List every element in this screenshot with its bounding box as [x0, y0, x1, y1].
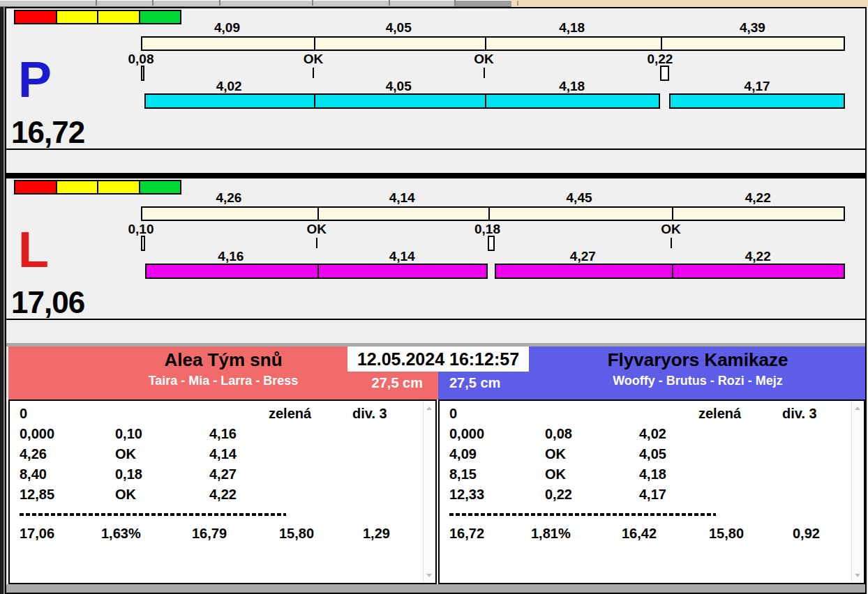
table-summary-cell: 1,81%: [531, 526, 571, 542]
split-time-value: 4,26: [216, 191, 241, 204]
split-bar-divider: [672, 208, 673, 220]
heat-number: 0: [449, 406, 457, 422]
change-time-value: 0,08: [128, 52, 154, 66]
table-cell: 8,15: [449, 466, 477, 482]
split-bar-divider: [488, 208, 490, 220]
run-time-value: 4,05: [386, 79, 412, 93]
table-cell: 0,000: [449, 426, 484, 442]
change-time-value: 0,22: [647, 52, 673, 66]
table-cell: 0,000: [20, 426, 54, 442]
toolbar-divider: [96, 0, 97, 6]
lane-panel-l: L 17,06 4,264,144,454,220,10OK0,18OK4,16…: [8, 178, 865, 342]
change-time-value: OK: [661, 222, 681, 236]
split-time-value: 4,14: [389, 191, 415, 204]
split-time-value: 4,45: [567, 191, 592, 204]
table-summary-cell: 1,63%: [101, 526, 141, 542]
toolbar-divider: [389, 0, 390, 6]
toolbar-divider: [219, 0, 220, 6]
run-bar-divider: [314, 95, 315, 107]
scroll-up-icon[interactable]: [424, 403, 435, 414]
change-time-value: 0,10: [128, 222, 154, 236]
scrollbar[interactable]: [423, 401, 435, 583]
run-time-bar: [145, 264, 488, 279]
traffic-light-segment: [15, 11, 56, 23]
run-bar-divider: [672, 265, 673, 277]
table-cell: 0,10: [115, 426, 142, 442]
ok-pass-tick: [313, 68, 314, 78]
lane-footer-strip: [6, 319, 865, 343]
toolbar-divider: [454, 0, 456, 6]
background-toolbar-segment: [454, 1, 511, 6]
scroll-up-icon[interactable]: [852, 403, 864, 414]
team-name: Flyvaryors Kamikaze: [530, 349, 865, 370]
traffic-light-segment: [97, 181, 139, 193]
split-time-value: 4,09: [214, 21, 240, 34]
change-time-value: OK: [307, 222, 327, 236]
split-time-bar: [141, 36, 845, 51]
table-cell: 4,14: [209, 446, 237, 462]
table-summary-cell: 16,72: [449, 526, 484, 542]
table-cell: 4,17: [639, 487, 666, 503]
table-separator: [449, 513, 716, 516]
run-bar-divider: [317, 265, 319, 277]
team-dog-list: Wooffy - Brutus - Rozi - Mejz: [530, 374, 865, 388]
lane-total-time: 16,72: [11, 117, 84, 148]
table-cell: 4,22: [209, 487, 237, 503]
background-window-edge: [511, 0, 868, 7]
scroll-down-icon[interactable]: [424, 570, 435, 581]
change-time-value: OK: [304, 52, 324, 66]
background-window-tick: [517, 1, 518, 6]
run-time-value: 4,16: [218, 250, 244, 263]
run-time-value: 4,17: [744, 79, 770, 93]
table-summary-cell: 17,06: [20, 526, 54, 542]
change-gap-box: [488, 236, 495, 251]
lane-letter: L: [18, 224, 49, 275]
table-cell: OK: [115, 446, 136, 462]
table-cell: 4,02: [639, 426, 666, 442]
run-time-bar: [495, 264, 845, 279]
run-time-value: 4,02: [216, 79, 242, 93]
traffic-light-segment: [56, 11, 98, 23]
traffic-light-segment: [56, 181, 98, 193]
change-time-value: 0,18: [474, 222, 500, 236]
result-table-right: 0zelenádiv. 30,0000,084,024,09OK4,058,15…: [438, 399, 865, 584]
division-label: div. 3: [782, 406, 817, 422]
run-bar-divider: [485, 95, 486, 107]
split-time-value: 4,22: [745, 191, 771, 204]
lane-timing-bars: 4,264,144,454,220,10OK0,18OK4,164,144,27…: [141, 178, 845, 290]
split-time-bar: [141, 206, 845, 221]
run-time-value: 4,22: [745, 250, 771, 263]
change-gap-box: [141, 66, 144, 81]
table-summary-cell: 15,80: [279, 526, 314, 542]
datetime-display: 12.05.2024 16:12:57: [347, 346, 529, 372]
table-summary-cell: 16,79: [192, 526, 227, 542]
table-cell: 4,05: [639, 446, 666, 462]
scrollbar[interactable]: [851, 401, 864, 583]
table-cell: OK: [115, 487, 136, 503]
change-time-value: OK: [474, 52, 494, 66]
lane-letter: P: [18, 54, 52, 105]
background-toolbar-columns: [0, 1, 511, 7]
table-cell: 4,16: [209, 426, 237, 442]
traffic-light-segment: [97, 11, 139, 23]
split-bar-divider: [485, 38, 486, 50]
run-time-value: 4,14: [389, 250, 415, 263]
ok-pass-tick: [671, 238, 672, 248]
split-time-value: 4,18: [559, 21, 585, 34]
table-cell: 12,85: [20, 487, 54, 503]
ok-pass-tick: [316, 238, 317, 248]
change-gap-box: [141, 236, 145, 251]
run-time-value: 4,27: [570, 250, 596, 263]
color-label: zelená: [698, 406, 741, 422]
lane-panel-p: P 16,72 4,094,054,184,390,08OKOK0,224,02…: [8, 8, 865, 172]
change-gap-box: [660, 66, 669, 81]
team-header-text-block: Flyvaryors Kamikaze Wooffy - Brutus - Ro…: [530, 349, 865, 388]
run-time-value: 4,18: [559, 79, 585, 93]
table-summary-cell: 16,42: [622, 526, 657, 542]
split-bar-divider: [661, 38, 662, 50]
split-bar-divider: [317, 208, 319, 220]
background-toolbar: [0, 0, 868, 7]
table-cell: 0,18: [115, 466, 142, 482]
split-bar-divider: [314, 38, 315, 50]
scroll-down-icon[interactable]: [852, 570, 864, 581]
